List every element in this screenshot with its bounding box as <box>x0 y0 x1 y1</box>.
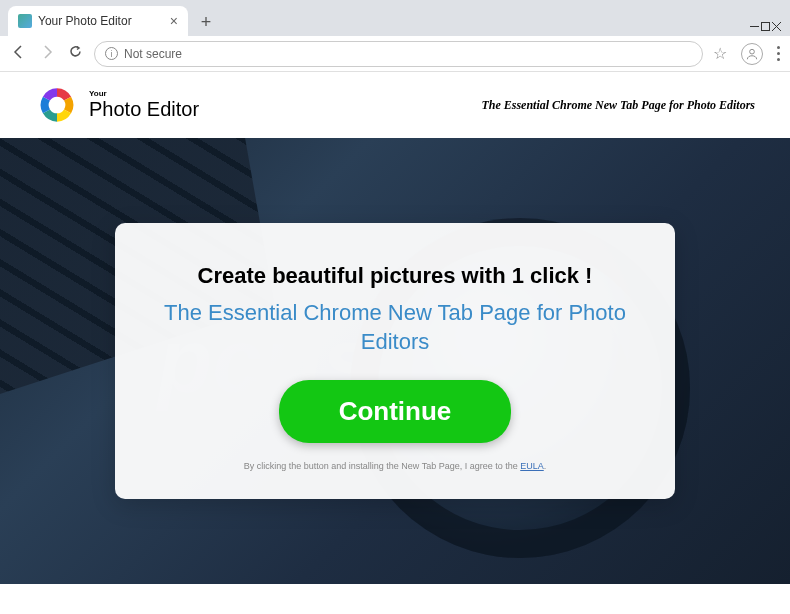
back-button[interactable] <box>10 44 28 64</box>
logo-text-small: Your <box>89 89 199 98</box>
window-minimize-button[interactable] <box>749 18 760 36</box>
browser-menu-button[interactable] <box>777 46 780 61</box>
browser-tab[interactable]: Your Photo Editor × <box>8 6 188 36</box>
bookmark-star-icon[interactable]: ☆ <box>713 44 727 63</box>
reload-button[interactable] <box>66 44 84 63</box>
site-header: Your Photo Editor The Essential Chrome N… <box>0 72 790 138</box>
header-tagline: The Essential Chrome New Tab Page for Ph… <box>481 98 755 113</box>
address-bar[interactable]: i Not secure <box>94 41 703 67</box>
promo-card: Create beautiful pictures with 1 click !… <box>115 223 675 499</box>
forward-button <box>38 44 56 64</box>
disclaimer-text: By clicking the button and installing th… <box>160 461 630 471</box>
hero-section: pcrisk.com Create beautiful pictures wit… <box>0 138 790 584</box>
page-content: Your Photo Editor The Essential Chrome N… <box>0 72 790 584</box>
logo-text-big: Photo Editor <box>89 98 199 121</box>
profile-button[interactable] <box>741 43 763 65</box>
eula-link[interactable]: EULA <box>520 461 544 471</box>
svg-rect-1 <box>762 23 770 31</box>
continue-button[interactable]: Continue <box>279 380 512 443</box>
card-subtitle: The Essential Chrome New Tab Page for Ph… <box>160 299 630 356</box>
logo: Your Photo Editor <box>35 83 199 127</box>
browser-tab-strip: Your Photo Editor × + <box>0 0 790 36</box>
window-maximize-button[interactable] <box>760 18 771 36</box>
info-icon[interactable]: i <box>105 47 118 60</box>
card-title: Create beautiful pictures with 1 click ! <box>160 263 630 289</box>
security-label: Not secure <box>124 47 182 61</box>
tab-title: Your Photo Editor <box>38 14 132 28</box>
window-close-button[interactable] <box>771 18 782 36</box>
svg-point-4 <box>750 49 755 54</box>
close-tab-icon[interactable]: × <box>170 13 178 29</box>
new-tab-button[interactable]: + <box>192 8 220 36</box>
logo-icon <box>35 83 79 127</box>
tab-favicon <box>18 14 32 28</box>
browser-toolbar: i Not secure ☆ <box>0 36 790 72</box>
